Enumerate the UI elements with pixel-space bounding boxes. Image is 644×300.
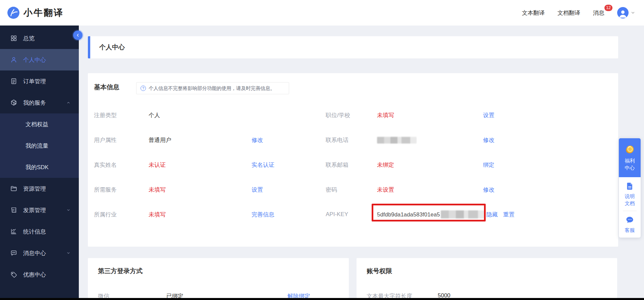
sidebar-item-personal-center[interactable]: 个人中心 [0, 49, 79, 70]
api-key-reset-link[interactable]: 重置 [503, 211, 515, 218]
account-menu[interactable] [617, 7, 635, 18]
sidebar-item-label: 订单管理 [23, 78, 46, 85]
field-label: 所需服务 [94, 186, 117, 194]
docs-button[interactable]: 说明文档 [619, 177, 641, 211]
field-value: 未设置 [377, 186, 394, 194]
max-char-value: 5000 [438, 292, 450, 298]
topbar: 小牛翻译 文本翻译 文档翻译 消息 12 [0, 0, 644, 26]
nav-doc-translate[interactable]: 文档翻译 [557, 9, 580, 17]
sidebar-subitem-my-sdk[interactable]: 我的SDK [0, 156, 79, 178]
sidebar-subitem-label: 文档权益 [25, 120, 48, 128]
unbind-wechat-link[interactable]: 解除绑定 [287, 292, 310, 298]
chat-bubble-icon [625, 215, 634, 224]
invoice-icon [10, 206, 17, 214]
field-label: 用户属性 [94, 136, 117, 144]
my-services-submenu: 文档权益 我的流量 我的SDK [0, 113, 79, 178]
wechat-label: 微信 [98, 292, 109, 298]
help-icon: ? [141, 86, 146, 91]
third-party-login-card: 第三方登录方式 微信 已绑定 解除绑定 [88, 258, 349, 298]
sidebar-item-label: 发票管理 [23, 206, 46, 214]
sidebar-item-statistics[interactable]: 统计信息 [0, 221, 79, 242]
modify-phone-link[interactable]: 修改 [483, 136, 494, 144]
sidebar-item-coupon-center[interactable]: 优惠中心 [0, 264, 79, 285]
third-party-title: 第三方登录方式 [98, 267, 143, 276]
sidebar-subitem-label: 我的SDK [25, 163, 49, 171]
field-label: 密码 [326, 186, 337, 194]
message-icon [10, 249, 17, 257]
permissions-row: 文本最大字符长度 5000 [357, 292, 617, 298]
chevron-down-icon[interactable] [631, 10, 635, 15]
field-label: 联系电话 [326, 136, 348, 144]
field-label: 注册类型 [94, 111, 117, 119]
field-value: 未认证 [149, 161, 166, 169]
field-label: 所属行业 [94, 211, 117, 218]
benefit-center-button[interactable]: 福利中心 [619, 138, 641, 177]
gold-coin-icon [625, 145, 635, 155]
services-icon [10, 99, 17, 106]
coupon-icon [10, 271, 17, 278]
grid-icon [10, 35, 17, 42]
modify-password-link[interactable]: 修改 [483, 186, 494, 194]
docs-label: 说明文档 [624, 193, 636, 207]
top-nav: 文本翻译 文档翻译 消息 12 [522, 7, 635, 18]
nav-messages[interactable]: 消息 12 [593, 9, 604, 17]
basic-info-title: 基本信息 [94, 83, 119, 92]
sidebar-item-label: 消息中心 [23, 249, 46, 257]
bind-email-link[interactable]: 绑定 [483, 161, 494, 169]
max-char-label: 文本最大字符长度 [367, 292, 412, 298]
field-value: 未填写 [149, 186, 166, 194]
order-icon [10, 78, 17, 85]
account-permissions-card: 账号权限 文本最大字符长度 5000 [357, 258, 617, 298]
customer-service-button[interactable]: 客服 [619, 211, 641, 238]
floating-panel: 福利中心 说明文档 客服 [619, 138, 641, 238]
complete-info-link[interactable]: 完善信息 [252, 211, 274, 218]
sidebar-item-label: 总览 [23, 35, 35, 42]
sidebar-subitem-doc-rights[interactable]: 文档权益 [0, 113, 79, 135]
sidebar-item-invoices[interactable]: 发票管理 [0, 199, 79, 221]
field-value: 未填写 [377, 111, 394, 119]
sidebar-item-resources[interactable]: 资源管理 [0, 178, 79, 199]
avatar[interactable] [617, 7, 629, 18]
sidebar-collapse-button[interactable] [73, 31, 83, 40]
wechat-status: 已绑定 [166, 292, 183, 298]
set-services-link[interactable]: 设置 [252, 186, 263, 194]
sidebar-item-label: 优惠中心 [23, 271, 46, 279]
field-row: 所属行业 未填写 完善信息 API-KEY 5dfdb9da1ada583f01… [88, 202, 618, 227]
sidebar: 总览 个人中心 订单管理 我的服务 [0, 26, 79, 298]
brand-logo[interactable]: 小牛翻译 [7, 6, 64, 19]
sidebar-item-message-center[interactable]: 消息中心 [0, 242, 79, 264]
field-value: 个人 [149, 111, 160, 119]
field-label: 职位/学校 [326, 111, 350, 119]
redaction-blur [377, 137, 417, 143]
chevron-down-icon [66, 251, 71, 255]
real-name-verify-link[interactable]: 实名认证 [252, 161, 274, 169]
sidebar-item-label: 资源管理 [23, 185, 46, 193]
api-key-value: 5dfdb9da1ada583f01ea5 [377, 210, 485, 218]
brand-name: 小牛翻译 [23, 7, 64, 19]
api-key-hide-link[interactable]: 隐藏 [486, 211, 498, 218]
permissions-title: 账号权限 [367, 267, 392, 276]
customer-service-label: 客服 [624, 227, 636, 234]
field-label: 联系邮箱 [326, 161, 348, 169]
basic-info-card: 基本信息 ? 个人信息不完整将影响部分功能的使用，请及时完善信息。 注册类型 个… [88, 73, 618, 247]
sidebar-item-label: 我的服务 [23, 99, 46, 107]
field-label: 真实姓名 [94, 161, 117, 169]
nav-text-translate[interactable]: 文本翻译 [522, 9, 545, 17]
profile-incomplete-notice: ? 个人信息不完整将影响部分功能的使用，请及时完善信息。 [136, 82, 289, 94]
sidebar-item-orders[interactable]: 订单管理 [0, 70, 79, 92]
field-label: API-KEY [326, 211, 348, 218]
set-position-link[interactable]: 设置 [483, 111, 494, 119]
sidebar-item-label: 统计信息 [23, 228, 46, 236]
folder-icon [10, 185, 17, 192]
sidebar-item-my-services[interactable]: 我的服务 [0, 92, 79, 113]
redaction-blur [441, 210, 485, 218]
user-icon [10, 56, 17, 63]
modify-user-type-link[interactable]: 修改 [252, 136, 263, 144]
sidebar-subitem-my-traffic[interactable]: 我的流量 [0, 135, 79, 156]
chevron-down-icon [66, 208, 71, 212]
stats-icon [10, 228, 17, 235]
title-accent-bar [88, 36, 90, 58]
sidebar-item-overview[interactable]: 总览 [0, 28, 79, 49]
chevron-up-icon [66, 100, 71, 105]
chevron-left-icon [75, 33, 80, 38]
